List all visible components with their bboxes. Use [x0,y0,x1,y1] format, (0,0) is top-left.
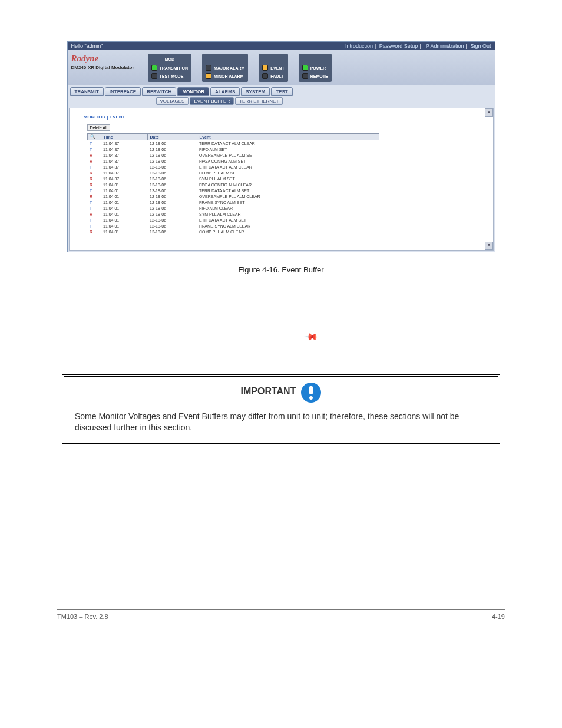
led-event [262,65,268,71]
row-mark: T [87,187,101,193]
main-tabs: TRANSMIT INTERFACE RFSWITCH MONITOR ALAR… [68,85,495,96]
row-time: 11:04:37 [101,164,147,170]
row-date: 12-18-06 [147,170,197,176]
led-remote [302,73,308,79]
row-event: OVERSAMPLE PLL ALM CLEAR [197,193,379,199]
tab-test[interactable]: TEST [271,87,292,96]
row-mark: R [87,176,101,182]
link-password-setup[interactable]: Password Setup [379,43,418,49]
row-mark: R [87,193,101,199]
row-mark: R [87,182,101,187]
tab-alarms[interactable]: ALARMS [210,87,240,96]
table-row[interactable]: R11:04:3712-18-06FPGA CONFIG ALM SET [87,158,379,164]
breadcrumb: MONITOR | EVENT [70,108,493,123]
row-event: FPGA CONFIG ALM CLEAR [197,182,379,187]
table-row[interactable]: R11:04:3712-18-06COMP PLL ALM SET [87,170,379,176]
row-event: FIFO ALM SET [197,146,379,152]
scroll-down-icon[interactable]: ▾ [485,242,493,250]
link-sign-out[interactable]: Sign Out [470,43,491,49]
row-event: FRAME SYNC ALM SET [197,199,379,205]
title-bar: Hello "admin" Introduction| Password Set… [68,42,495,50]
row-time: 11:04:01 [101,223,147,229]
table-row[interactable]: T11:04:0112-18-06FRAME SYNC ALM SET [87,199,379,205]
row-time: 11:04:01 [101,199,147,205]
table-row[interactable]: R11:04:3712-18-06OVERSAMPLE PLL ALM SET [87,152,379,158]
event-table: 🔍 Time Date Event T11:04:3712-18-06TERR … [87,133,379,235]
app-window: Hello "admin" Introduction| Password Set… [67,41,495,252]
row-date: 12-18-06 [147,211,197,217]
subtab-voltages[interactable]: VOLTAGES [156,97,189,105]
brand: Radyne DM240-XR Digital Modulator [71,52,148,70]
figure-caption: Figure 4-16. Event Buffer [0,265,562,274]
row-mark: R [87,158,101,164]
row-time: 11:04:37 [101,170,147,176]
footer-left: TM103 – Rev. 2.8 [57,613,108,620]
row-mark: T [87,199,101,205]
row-date: 12-18-06 [147,229,197,235]
col-event[interactable]: Event [197,134,379,140]
row-mark: R [87,229,101,235]
row-time: 11:04:01 [101,182,147,187]
tab-transmit[interactable]: TRANSMIT [70,87,104,96]
row-date: 12-18-06 [147,217,197,223]
subtab-event-buffer[interactable]: EVENT BUFFER [190,97,234,105]
link-introduction[interactable]: Introduction [345,43,373,49]
table-row[interactable]: R11:04:3712-18-06SYM PLL ALM SET [87,176,379,182]
led-group-mod: MOD TRANSMIT ON TEST MODE [148,54,192,82]
col-mark: 🔍 [87,134,101,140]
row-time: 11:04:37 [101,140,147,147]
row-date: 12-18-06 [147,158,197,164]
table-row[interactable]: T11:04:0112-18-06ETH DATA ACT ALM SET [87,217,379,223]
table-row[interactable]: R11:04:0112-18-06OVERSAMPLE PLL ALM CLEA… [87,193,379,199]
col-date[interactable]: Date [147,134,197,140]
tab-interface[interactable]: INTERFACE [105,87,141,96]
row-date: 12-18-06 [147,223,197,229]
row-event: FRAME SYNC ALM CLEAR [197,223,379,229]
important-body: Some Monitor Voltages and Event Buffers … [75,411,487,433]
row-mark: T [87,205,101,211]
table-row[interactable]: T11:04:3712-18-06TERR DATA ACT ALM CLEAR [87,140,379,147]
hello-user: Hello "admin" [71,43,103,49]
row-time: 11:04:01 [101,193,147,199]
row-event: OVERSAMPLE PLL ALM SET [197,152,379,158]
row-date: 12-18-06 [147,164,197,170]
led-panel: MOD TRANSMIT ON TEST MODE MAJOR ALARM MI… [148,52,332,82]
row-event: TERR DATA ACT ALM SET [197,187,379,193]
row-mark: T [87,146,101,152]
content-frame: ▴ ▾ MONITOR | EVENT Delete All 🔍 Time Da… [69,108,494,251]
led-major-alarm [206,65,211,71]
table-row[interactable]: T11:04:3712-18-06ETH DATA ACT ALM CLEAR [87,164,379,170]
row-time: 11:04:37 [101,176,147,182]
col-time[interactable]: Time [101,134,147,140]
pushpin-icon: 📌 [303,329,319,345]
led-minor-alarm [206,73,211,79]
tab-rfswitch[interactable]: RFSWITCH [142,87,176,96]
table-row[interactable]: R11:04:0112-18-06FPGA CONFIG ALM CLEAR [87,182,379,187]
row-mark: T [87,223,101,229]
row-mark: T [87,140,101,147]
row-event: FIFO ALM CLEAR [197,205,379,211]
row-time: 11:04:37 [101,158,147,164]
delete-all-button[interactable]: Delete All [87,124,111,131]
table-row[interactable]: T11:04:3712-18-06FIFO ALM SET [87,146,379,152]
subtab-terr-ethernet[interactable]: TERR ETHERNET [235,97,283,105]
row-time: 11:04:01 [101,217,147,223]
row-date: 12-18-06 [147,182,197,187]
table-row[interactable]: T11:04:0112-18-06TERR DATA ACT ALM SET [87,187,379,193]
row-date: 12-18-06 [147,199,197,205]
row-event: SYM PLL ALM SET [197,176,379,182]
info-icon [301,383,321,403]
tab-monitor[interactable]: MONITOR [177,87,209,96]
row-time: 11:04:01 [101,211,147,217]
led-power [302,65,308,71]
table-row[interactable]: T11:04:0112-18-06FRAME SYNC ALM CLEAR [87,223,379,229]
table-row[interactable]: R11:04:0112-18-06SYM PLL ALM CLEAR [87,211,379,217]
scroll-up-icon[interactable]: ▴ [485,108,493,117]
row-time: 11:04:37 [101,152,147,158]
table-row[interactable]: R11:04:0112-18-06COMP PLL ALM CLEAR [87,229,379,235]
footer-right: 4-19 [492,613,505,620]
tab-system[interactable]: SYSTEM [241,87,270,96]
link-ip-administration[interactable]: IP Administration [424,43,464,49]
row-event: COMP PLL ALM SET [197,170,379,176]
table-row[interactable]: T11:04:0112-18-06FIFO ALM CLEAR [87,205,379,211]
